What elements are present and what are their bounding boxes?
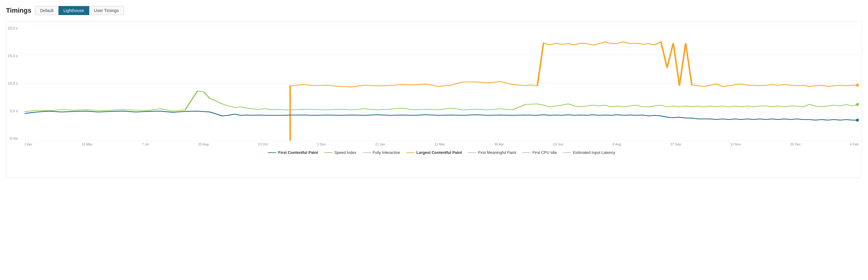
x-label-12: 12 Nov bbox=[731, 142, 741, 146]
chart-svg bbox=[25, 26, 859, 141]
tab-user-timings[interactable]: User Timings bbox=[89, 6, 124, 15]
chart-legend: First Contentful Paint Speed Index Fully… bbox=[25, 150, 859, 155]
legend-fcp-line bbox=[268, 152, 276, 153]
legend-eil: Estimated Input Latency bbox=[563, 150, 615, 155]
legend-eil-line bbox=[563, 152, 571, 153]
legend-si-line bbox=[324, 152, 333, 153]
legend-lcp-label: Largest Contentful Paint bbox=[416, 150, 462, 155]
legend-fcp-label: First Contentful Paint bbox=[278, 150, 318, 155]
x-label-3: 25 Aug bbox=[198, 142, 208, 146]
x-label-6: 21 Jan bbox=[375, 142, 385, 146]
y-axis-labels: 20.0 s 15.0 s 10.0 s 5.0 s 0 ms bbox=[8, 26, 18, 141]
x-label-5: 2 Dec bbox=[317, 142, 326, 146]
chart-area: 20.0 s 15.0 s 10.0 s 5.0 s 0 ms bbox=[25, 26, 859, 141]
y-label-0: 0 ms bbox=[8, 136, 18, 141]
legend-fmp-label: First Meaningful Paint bbox=[478, 150, 516, 155]
x-label-11: 27 Sep bbox=[671, 142, 681, 146]
legend-si-label: Speed Index bbox=[335, 150, 356, 155]
svg-point-7 bbox=[856, 118, 859, 121]
legend-fci-line bbox=[522, 152, 530, 153]
legend-fmp-line bbox=[468, 152, 476, 153]
x-label-2: 7 Jul bbox=[142, 142, 149, 146]
x-label-4: 13 Oct bbox=[258, 142, 268, 146]
x-label-8: 30 Apr bbox=[494, 142, 504, 146]
x-axis-labels: 2 Apr 19 May 7 Jul 25 Aug 13 Oct 2 Dec 2… bbox=[25, 142, 859, 146]
legend-fi-label: Fully Interactive bbox=[373, 150, 400, 155]
tab-default[interactable]: Default bbox=[35, 6, 59, 15]
page-title: Timings bbox=[6, 7, 31, 14]
y-label-20: 20.0 s bbox=[8, 26, 18, 30]
x-label-9: 19 Jun bbox=[553, 142, 563, 146]
y-label-10: 10.0 s bbox=[8, 81, 18, 85]
x-label-0: 2 Apr bbox=[25, 142, 32, 146]
x-label-10: 8 Aug bbox=[613, 142, 621, 146]
legend-fmp: First Meaningful Paint bbox=[468, 150, 516, 155]
x-label-7: 11 Mar bbox=[435, 142, 445, 146]
legend-fci-label: First CPU Idle bbox=[532, 150, 557, 155]
legend-fi-line bbox=[363, 152, 371, 153]
chart-container: 20.0 s 15.0 s 10.0 s 5.0 s 0 ms bbox=[6, 21, 862, 178]
x-label-1: 19 May bbox=[82, 142, 92, 146]
svg-point-5 bbox=[856, 103, 859, 106]
legend-fi: Fully Interactive bbox=[363, 150, 400, 155]
legend-si: Speed Index bbox=[324, 150, 356, 155]
y-label-5: 5.0 s bbox=[8, 109, 18, 113]
tab-lighthouse[interactable]: Lighthouse bbox=[59, 6, 89, 15]
x-label-14: 6 Feb bbox=[850, 142, 859, 146]
legend-fcp: First Contentful Paint bbox=[268, 150, 318, 155]
y-label-15: 15.0 s bbox=[8, 54, 18, 58]
legend-eil-label: Estimated Input Latency bbox=[573, 150, 615, 155]
svg-point-6 bbox=[856, 84, 859, 87]
legend-fci: First CPU Idle bbox=[522, 150, 557, 155]
legend-lcp-line bbox=[406, 152, 415, 153]
x-label-13: 20 Dec bbox=[790, 142, 801, 146]
timings-header: Timings Default Lighthouse User Timings bbox=[6, 6, 862, 15]
legend-lcp: Largest Contentful Paint bbox=[406, 150, 462, 155]
tab-group: Default Lighthouse User Timings bbox=[35, 6, 124, 15]
